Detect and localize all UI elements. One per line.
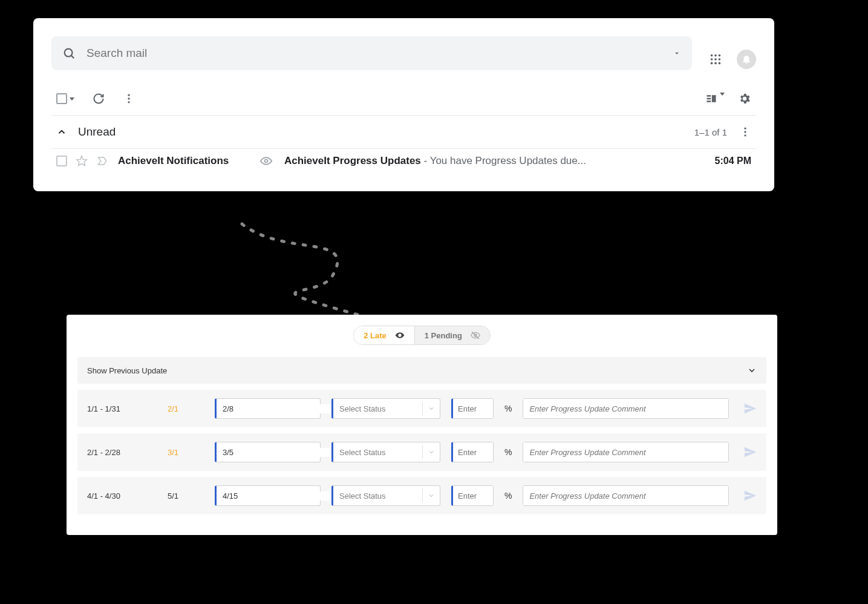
comment-input[interactable] — [523, 442, 728, 462]
status-select[interactable]: Select Status — [331, 442, 440, 462]
settings-gear-icon[interactable] — [738, 92, 751, 105]
percent-input[interactable] — [453, 442, 493, 462]
percent-label: % — [504, 447, 512, 457]
email-sender: AchieveIt Notifications — [118, 155, 248, 167]
date-input[interactable] — [217, 404, 330, 413]
date-picker[interactable] — [215, 398, 321, 419]
section-count: 1–1 of 1 — [694, 127, 727, 137]
svg-rect-16 — [707, 100, 711, 102]
comment-input-wrap[interactable] — [523, 398, 729, 419]
select-all-checkbox[interactable] — [56, 93, 74, 104]
header-icons — [709, 50, 756, 69]
section-more-icon[interactable] — [739, 126, 751, 138]
percent-label: % — [504, 404, 512, 413]
progress-updates-card: 2 Late 1 Pending Show Previous Update 1/… — [67, 315, 777, 535]
status-placeholder: Select Status — [339, 448, 386, 457]
pending-filter-tab[interactable]: 1 Pending — [415, 326, 490, 344]
due-date: 3/1 — [168, 448, 204, 457]
connector-arrow-icon — [163, 221, 405, 324]
search-options-caret-icon[interactable] — [673, 49, 681, 57]
svg-point-5 — [711, 58, 713, 61]
percent-label: % — [504, 491, 512, 501]
send-icon[interactable] — [743, 445, 757, 459]
due-date: 5/1 — [168, 491, 204, 501]
status-select[interactable]: Select Status — [331, 485, 440, 506]
collapse-chevron-icon[interactable] — [56, 126, 67, 137]
status-placeholder: Select Status — [339, 491, 386, 501]
email-subject-line: AchieveIt Progress Updates - You have Pr… — [284, 155, 586, 167]
send-icon[interactable] — [743, 489, 757, 502]
svg-point-6 — [714, 58, 717, 61]
pending-filter-label: 1 Pending — [425, 331, 462, 340]
svg-rect-14 — [707, 95, 711, 97]
percent-input-wrap[interactable] — [451, 398, 494, 419]
email-inbox-card: Unread 1–1 of 1 AchieveIt Notifications … — [33, 18, 774, 191]
svg-point-9 — [714, 62, 717, 65]
svg-point-12 — [128, 97, 129, 99]
email-subject: AchieveIt Progress Updates — [284, 155, 421, 166]
search-header-row — [51, 36, 756, 82]
late-filter-label: 2 Late — [364, 331, 387, 340]
inbox-toolbar — [51, 82, 756, 116]
refresh-icon[interactable] — [93, 93, 105, 105]
select-caret-icon — [428, 492, 435, 499]
date-range: 2/1 - 2/28 — [87, 448, 157, 457]
percent-input[interactable] — [453, 399, 493, 418]
svg-line-1 — [71, 56, 74, 58]
more-menu-icon[interactable] — [123, 93, 135, 105]
svg-point-8 — [711, 62, 713, 65]
comment-input[interactable] — [523, 399, 728, 418]
date-range: 4/1 - 4/30 — [87, 491, 157, 501]
status-select[interactable]: Select Status — [331, 398, 440, 419]
search-icon — [62, 47, 76, 60]
split-pane-icon[interactable] — [705, 93, 725, 105]
notifications-bell-icon[interactable] — [737, 50, 756, 69]
percent-input[interactable] — [453, 486, 493, 505]
svg-point-19 — [744, 131, 746, 133]
comment-input-wrap[interactable] — [523, 442, 729, 462]
eye-visible-icon — [395, 330, 405, 340]
comment-input-wrap[interactable] — [523, 485, 729, 506]
svg-point-18 — [744, 128, 746, 130]
search-input[interactable] — [86, 47, 667, 60]
send-icon[interactable] — [743, 402, 757, 415]
svg-point-0 — [65, 49, 73, 57]
important-label-icon[interactable] — [96, 155, 109, 167]
svg-point-20 — [744, 134, 746, 136]
percent-input-wrap[interactable] — [451, 442, 494, 462]
percent-input-wrap[interactable] — [451, 485, 494, 506]
svg-point-22 — [265, 160, 268, 163]
comment-input[interactable] — [523, 486, 728, 505]
select-caret-icon — [428, 448, 435, 456]
date-range: 1/1 - 1/31 — [87, 404, 157, 413]
date-picker[interactable] — [215, 442, 321, 462]
date-picker[interactable] — [215, 485, 321, 506]
show-previous-toggle[interactable]: Show Previous Update — [77, 357, 766, 384]
update-row: 4/1 - 4/30 5/1 Select Status % — [77, 477, 766, 514]
search-bar[interactable] — [51, 36, 692, 70]
svg-point-11 — [128, 94, 129, 96]
show-previous-label: Show Previous Update — [87, 366, 167, 375]
svg-point-3 — [714, 54, 717, 57]
select-caret-icon — [428, 405, 435, 412]
update-row: 1/1 - 1/31 2/1 Select Status % — [77, 390, 766, 427]
date-input[interactable] — [217, 448, 330, 457]
tracking-eye-icon — [260, 155, 272, 167]
email-time: 5:04 PM — [715, 156, 751, 166]
svg-rect-15 — [707, 98, 711, 100]
eye-hidden-icon — [471, 330, 480, 340]
row-checkbox[interactable] — [56, 156, 67, 166]
select-caret-icon[interactable] — [70, 97, 74, 100]
email-separator: - — [421, 155, 430, 166]
star-icon[interactable] — [76, 155, 88, 167]
late-filter-tab[interactable]: 2 Late — [354, 326, 415, 344]
svg-point-13 — [128, 101, 129, 103]
svg-point-10 — [719, 62, 721, 65]
section-title: Unread — [78, 125, 116, 139]
email-row[interactable]: AchieveIt Notifications AchieveIt Progre… — [51, 148, 756, 173]
svg-rect-17 — [712, 95, 716, 102]
date-input[interactable] — [217, 491, 330, 501]
apps-grid-icon[interactable] — [709, 53, 722, 66]
chevron-down-icon — [747, 366, 757, 375]
svg-point-7 — [719, 58, 721, 61]
